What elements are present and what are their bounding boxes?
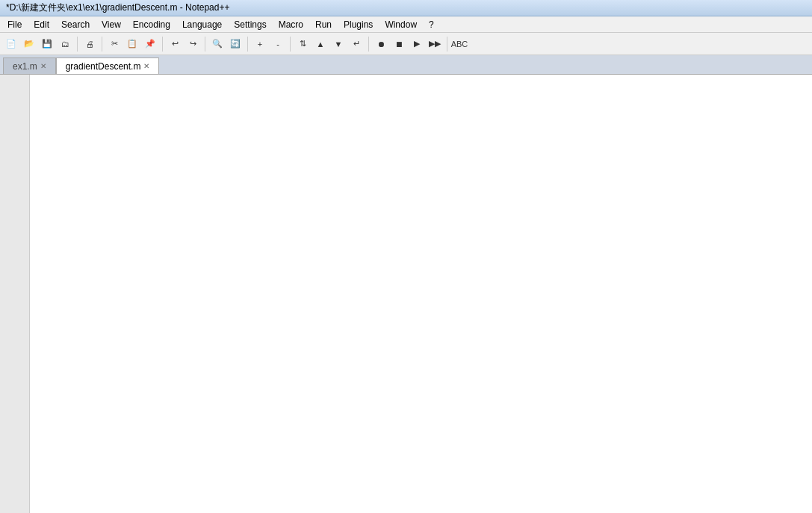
- toolbar-sync[interactable]: ⇅: [294, 36, 311, 52]
- menu-window[interactable]: Window: [379, 18, 423, 31]
- menu-settings[interactable]: Settings: [228, 18, 272, 31]
- toolbar-spell[interactable]: ABC: [451, 36, 468, 52]
- toolbar-macro-rec[interactable]: ⏺: [373, 36, 389, 52]
- toolbar-sep-6: [290, 37, 291, 52]
- toolbar-undo[interactable]: ↩: [167, 36, 183, 52]
- menu-view[interactable]: View: [96, 18, 127, 31]
- tabs-bar: ex1.m ✕ gradientDescent.m ✕: [0, 55, 812, 75]
- toolbar-save[interactable]: 💾: [39, 36, 55, 52]
- tab-ex1[interactable]: ex1.m ✕: [3, 57, 56, 74]
- toolbar-up[interactable]: ▲: [312, 36, 329, 52]
- toolbar-macro-stop[interactable]: ⏹: [391, 36, 407, 52]
- title-text: *D:\新建文件夹\ex1\ex1\gradientDescent.m - No…: [6, 1, 229, 14]
- toolbar-open[interactable]: 📂: [21, 36, 37, 52]
- toolbar-save-all[interactable]: 🗂: [57, 36, 73, 52]
- menu-search[interactable]: Search: [55, 18, 96, 31]
- menu-language[interactable]: Language: [176, 18, 228, 31]
- tab-ex1-close[interactable]: ✕: [40, 62, 46, 70]
- toolbar-sep-5: [247, 37, 248, 52]
- menu-help[interactable]: ?: [423, 18, 440, 31]
- toolbar-print[interactable]: 🖨: [81, 36, 98, 52]
- toolbar-zoom-out[interactable]: -: [270, 36, 286, 52]
- tab-gradientDescent-close[interactable]: ✕: [143, 62, 149, 70]
- tab-gradientDescent[interactable]: gradientDescent.m ✕: [56, 57, 160, 74]
- toolbar-down[interactable]: ▼: [330, 36, 347, 52]
- menu-bar: File Edit Search View Encoding Language …: [0, 16, 812, 33]
- menu-edit[interactable]: Edit: [28, 18, 55, 31]
- toolbar-sep-1: [77, 37, 78, 52]
- toolbar-new[interactable]: 📄: [3, 36, 19, 52]
- menu-file[interactable]: File: [1, 18, 28, 31]
- toolbar-replace[interactable]: 🔄: [227, 36, 244, 52]
- toolbar-redo[interactable]: ↪: [185, 36, 201, 52]
- toolbar-sep-4: [205, 37, 205, 52]
- editor-container: [0, 75, 812, 513]
- toolbar-macro-play[interactable]: ▶: [409, 36, 425, 52]
- toolbar-wrap[interactable]: ↵: [348, 36, 365, 52]
- toolbar-sep-8: [447, 37, 447, 52]
- menu-plugins[interactable]: Plugins: [338, 18, 379, 31]
- toolbar-paste[interactable]: 📌: [142, 36, 158, 52]
- toolbar-macro-run[interactable]: ▶▶: [427, 36, 443, 52]
- menu-macro[interactable]: Macro: [273, 18, 309, 31]
- title-bar: *D:\新建文件夹\ex1\ex1\gradientDescent.m - No…: [0, 0, 812, 16]
- code-area[interactable]: [30, 75, 812, 513]
- toolbar-sep-7: [368, 37, 369, 52]
- toolbar: 📄 📂 💾 🗂 🖨 ✂ 📋 📌 ↩ ↪ 🔍 🔄 + - ⇅ ▲ ▼ ↵ ⏺ ⏹ …: [0, 33, 812, 55]
- toolbar-sep-2: [102, 37, 102, 52]
- menu-run[interactable]: Run: [309, 18, 338, 31]
- menu-encoding[interactable]: Encoding: [127, 18, 176, 31]
- line-numbers: [0, 75, 30, 513]
- tab-ex1-label: ex1.m: [13, 61, 37, 72]
- toolbar-find[interactable]: 🔍: [209, 36, 226, 52]
- toolbar-cut[interactable]: ✂: [106, 36, 123, 52]
- toolbar-copy[interactable]: 📋: [124, 36, 140, 52]
- toolbar-zoom-in[interactable]: +: [252, 36, 268, 52]
- toolbar-sep-3: [162, 37, 163, 52]
- tab-gradientDescent-label: gradientDescent.m: [66, 61, 141, 72]
